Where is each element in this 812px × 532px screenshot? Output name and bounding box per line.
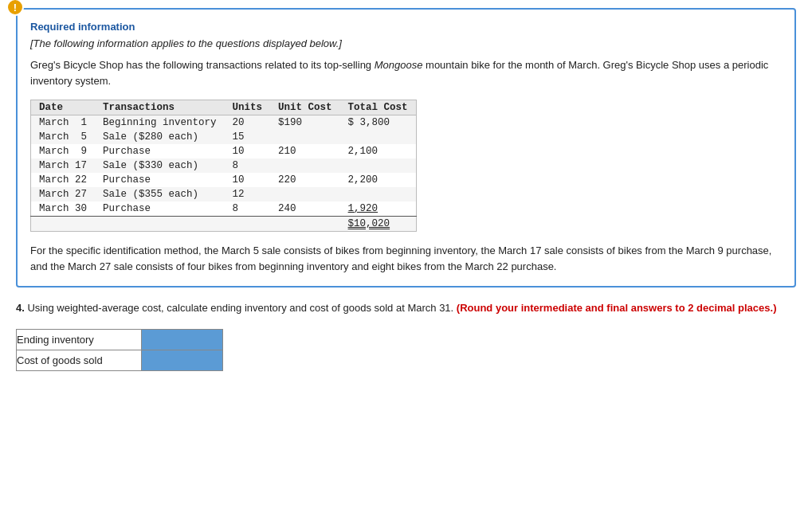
table-row: March 1 Beginning inventory 20 $190 $ 3,… <box>31 115 417 131</box>
cell-date: March 27 <box>31 187 96 201</box>
cell-unit-cost: 210 <box>270 144 340 158</box>
cell-total-cost: 2,100 <box>340 144 417 158</box>
cell-date: March 30 <box>31 201 96 217</box>
cell-unit-cost: 220 <box>270 173 340 187</box>
rounding-note: (Round your intermediate and final answe… <box>457 302 777 314</box>
cell-date: March 9 <box>31 144 96 158</box>
cell-transaction: Sale ($330 each) <box>95 158 225 173</box>
cell-units: 10 <box>225 144 271 158</box>
cell-unit-cost <box>270 158 340 173</box>
table-row: March 22 Purchase 10 220 2,200 <box>31 173 417 187</box>
answer-row-ending-inventory: Ending inventory <box>17 329 223 350</box>
table-row: March 30 Purchase 8 240 1,920 <box>31 201 417 217</box>
cell-total-cost <box>340 130 417 144</box>
cell-date: March 5 <box>31 130 96 144</box>
cell-unit-cost: 240 <box>270 201 340 217</box>
col-header-unit-cost: Unit Cost <box>270 100 340 115</box>
cell-units: 20 <box>225 115 271 131</box>
cell-total-cost: 1,920 <box>340 201 417 217</box>
info-box: ! Required information [The following in… <box>16 8 796 288</box>
cell-unit-cost <box>270 187 340 201</box>
total-row: $10,020 <box>31 217 417 232</box>
table-row: March 27 Sale ($355 each) 12 <box>31 187 417 201</box>
ending-inventory-input[interactable] <box>142 332 215 347</box>
table-row: March 5 Sale ($280 each) 15 <box>31 130 417 144</box>
description: Greg's Bicycle Shop has the following tr… <box>30 57 782 88</box>
cell-transaction: Purchase <box>95 144 225 158</box>
cell-total-cost: 2,200 <box>340 173 417 187</box>
question-section: 4. Using weighted-average cost, calculat… <box>16 300 796 371</box>
cell-total-cost <box>340 187 417 201</box>
cogs-input[interactable] <box>142 353 215 368</box>
cell-date: March 17 <box>31 158 96 173</box>
cell-transaction: Sale ($280 each) <box>95 130 225 144</box>
col-header-total-cost: Total Cost <box>340 100 417 115</box>
answer-row-cogs: Cost of goods sold <box>17 350 223 370</box>
cell-date: March 1 <box>31 115 96 131</box>
cell-units: 12 <box>225 187 271 201</box>
cell-total-cost: $ 3,800 <box>340 115 417 131</box>
ending-inventory-label: Ending inventory <box>17 329 142 350</box>
cell-units: 8 <box>225 201 271 217</box>
subtitle: [The following information applies to th… <box>30 37 782 49</box>
answer-table: Ending inventory Cost of goods sold <box>16 329 223 371</box>
cell-units: 8 <box>225 158 271 173</box>
cell-units: 15 <box>225 130 271 144</box>
specific-id-note: For the specific identification method, … <box>30 243 782 275</box>
table-row: March 17 Sale ($330 each) 8 <box>31 158 417 173</box>
col-header-date: Date <box>31 100 96 115</box>
table-row: March 9 Purchase 10 210 2,100 <box>31 144 417 158</box>
cell-unit-cost <box>270 130 340 144</box>
cell-transaction: Purchase <box>95 173 225 187</box>
transactions-table: Date Transactions Units Unit Cost Total … <box>30 100 417 232</box>
cell-total-cost <box>340 158 417 173</box>
question-text: 4. Using weighted-average cost, calculat… <box>16 300 796 316</box>
cell-units: 10 <box>225 173 271 187</box>
cell-transaction: Sale ($355 each) <box>95 187 225 201</box>
cogs-label: Cost of goods sold <box>17 350 142 370</box>
cell-unit-cost: $190 <box>270 115 340 131</box>
cogs-input-cell[interactable] <box>142 350 223 370</box>
col-header-transactions: Transactions <box>95 100 225 115</box>
cell-transaction: Purchase <box>95 201 225 217</box>
ending-inventory-input-cell[interactable] <box>142 329 223 350</box>
cell-transaction: Beginning inventory <box>95 115 225 131</box>
col-header-units: Units <box>225 100 271 115</box>
cell-grand-total: $10,020 <box>340 217 417 232</box>
cell-total-label <box>31 217 340 232</box>
cell-date: March 22 <box>31 173 96 187</box>
required-info-title: Required information <box>30 21 782 33</box>
alert-icon: ! <box>6 0 24 16</box>
